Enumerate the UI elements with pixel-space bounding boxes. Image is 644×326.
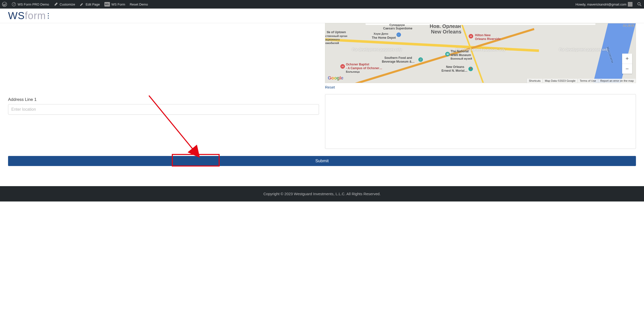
map-pin-icon: 🏛: [445, 52, 450, 56]
map-label-hilton-1: Hilton New: [475, 33, 491, 37]
map-zoom-in-button[interactable]: +: [622, 54, 632, 64]
submit-button[interactable]: Submit: [8, 156, 636, 166]
map-label-city: New Orleans: [431, 29, 461, 35]
wsform-badge-icon: WS:: [104, 2, 110, 7]
pencil-icon: [79, 2, 84, 7]
dashboard-icon: [12, 2, 16, 7]
site-footer: Copyright © 2023 Westguard Investments, …: [0, 186, 644, 201]
wp-admin-bar: WS Form PRO Demo Customize Edit Page WS:…: [0, 0, 644, 9]
map-shortcuts-link[interactable]: Shortcuts: [527, 79, 542, 83]
map-data-link[interactable]: Map Data ©2023 Google: [543, 79, 578, 83]
map-label-homedepot-ru: Хоум Депо: [374, 32, 388, 35]
map-pin-icon: 🛒: [396, 32, 401, 37]
avatar-icon: [628, 2, 632, 7]
map-label-wwii-2: WWII Museum: [451, 53, 471, 57]
map-label-uptown-ru-1: ственный орган: [325, 34, 347, 37]
map-label-wwii-1: The National: [451, 50, 469, 53]
adminbar-search[interactable]: [637, 2, 642, 7]
map-label-homedepot: The Home Depot: [372, 36, 396, 39]
adminbar-howdy[interactable]: Howdy, maverickandrii@gmail.com: [576, 2, 632, 7]
notes-textarea[interactable]: [325, 94, 636, 149]
site-header: WSform: [0, 9, 644, 23]
map-label-city-ru: Нов. Орлеан: [430, 23, 461, 29]
map-pin-icon: H: [340, 64, 345, 69]
footer-copyright: Copyright © 2023 Westguard Investments, …: [263, 192, 381, 196]
map-reset-link[interactable]: Reset: [325, 85, 335, 89]
map-label-uptown-ru-3: омобилей: [325, 42, 339, 45]
map-road: [325, 28, 535, 83]
map-label-morial-2: Ernest N. Morial…: [441, 69, 467, 72]
map-pin-icon: 📍: [468, 67, 473, 71]
adminbar-customize-text: Customize: [60, 3, 75, 6]
map-label-superdome-ru: Супердоум: [389, 23, 405, 26]
address-line-1-label: Address Line 1: [8, 97, 319, 102]
adminbar-site-name-text: WS Form PRO Demo: [18, 3, 49, 6]
svg-point-2: [14, 4, 14, 5]
adminbar-ws-form[interactable]: WS: WS Form: [104, 2, 125, 7]
map-report-link[interactable]: Report an error on the map: [598, 79, 636, 83]
search-icon: [637, 2, 642, 7]
map-river: [593, 23, 636, 83]
logo-dots-icon: [48, 13, 49, 19]
adminbar-howdy-text: Howdy, maverickandrii@gmail.com: [576, 3, 626, 6]
map-label-ochsner-1: Ochsner Baptist: [346, 63, 369, 66]
svg-point-3: [638, 3, 640, 5]
google-logo: Google: [328, 75, 343, 81]
wp-logo-icon[interactable]: [2, 2, 7, 7]
map-terms-link[interactable]: Terms of Use: [578, 79, 598, 83]
adminbar-site-name[interactable]: WS Form PRO Demo: [12, 2, 49, 7]
map-label-uptown-ru-2: ационного: [325, 38, 340, 41]
map-label-ochsner-2: - A Campus of Ochsner…: [346, 66, 382, 70]
form-right-column: tle of Uptown ственный орган ационного о…: [325, 23, 636, 150]
map-label-ochsner-ru: Больница: [346, 70, 360, 73]
address-line-1-input[interactable]: [8, 104, 319, 115]
adminbar-reset-demo[interactable]: Reset Demo: [130, 3, 148, 6]
map-surface[interactable]: tle of Uptown ственный орган ационного о…: [325, 23, 636, 83]
google-map[interactable]: tle of Uptown ственный орган ационного о…: [325, 23, 636, 90]
map-label-southern-1: Southern Food and: [384, 56, 412, 60]
page-content: Address Line 1 tle of Uptown ственный ор…: [0, 23, 644, 176]
map-label-southern-2: Beverage Museum &…: [382, 60, 415, 63]
map-zoom-controls: + −: [622, 54, 632, 74]
map-label-algie: ALGIE: [623, 24, 635, 27]
adminbar-edit-page[interactable]: Edit Page: [79, 2, 100, 7]
map-zoom-out-button[interactable]: −: [622, 64, 632, 74]
brush-icon: [54, 2, 58, 7]
submit-wrapper: Submit: [8, 156, 636, 166]
map-label-uptown: tle of Uptown: [327, 30, 346, 34]
map-road: [325, 37, 539, 52]
form-left-column: Address Line 1: [8, 23, 319, 150]
map-pin-icon: H: [469, 34, 473, 38]
adminbar-customize[interactable]: Customize: [54, 2, 75, 7]
adminbar-edit-page-text: Edit Page: [86, 3, 100, 6]
map-label-superdome: Caesars Superdome: [383, 27, 412, 30]
map-label-wwii-ru: Военный музей: [451, 57, 472, 60]
map-label-hilton-2: Orleans Riverside: [475, 37, 501, 41]
map-label-morial-1: New Orleans: [446, 65, 464, 69]
adminbar-ws-form-text: WS Form: [111, 3, 125, 6]
site-logo[interactable]: WSform: [8, 10, 49, 21]
map-attribution: Shortcuts Map Data ©2023 Google Terms of…: [527, 79, 636, 83]
map-pin-icon: 🍴: [418, 57, 423, 62]
